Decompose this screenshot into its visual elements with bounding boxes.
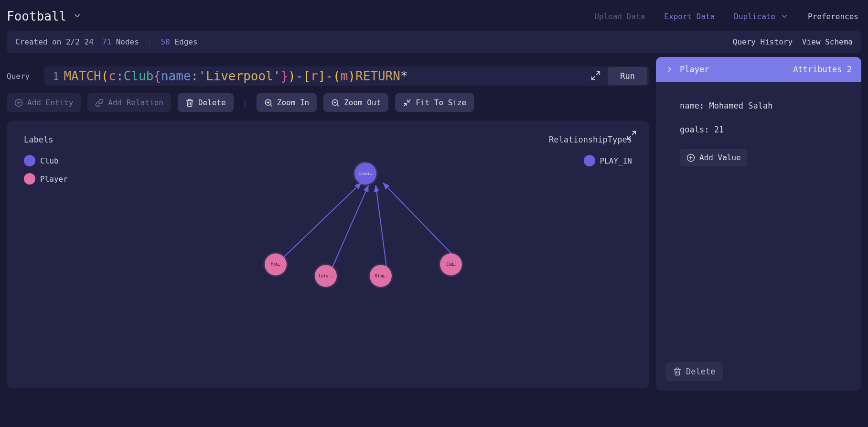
add-value-label: Add Value — [699, 153, 741, 162]
attributes-count: 2 — [847, 65, 852, 74]
expand-query-icon[interactable] — [590, 70, 601, 82]
svg-line-1 — [592, 76, 595, 79]
plus-circle-icon — [14, 99, 23, 107]
relationships-heading: RelationshipTypes — [549, 135, 632, 144]
node-diogo[interactable]: Diog… — [370, 265, 392, 287]
trash-icon — [673, 367, 682, 376]
legend-club-label: Club — [40, 156, 59, 165]
zoom-in-label: Zoom In — [277, 98, 309, 107]
edges-count: 50 — [161, 37, 170, 46]
nodes-count: 71 — [102, 37, 111, 46]
details-panel: Player Attributes 2 name: Mohamed Salah … — [656, 57, 861, 391]
query-line-number: 1 — [53, 70, 59, 82]
node-liverpool[interactable]: Liver… — [354, 163, 376, 185]
run-button[interactable]: Run — [608, 67, 647, 85]
svg-line-10 — [337, 104, 339, 106]
zoom-out-button[interactable]: Zoom Out — [323, 93, 388, 112]
add-entity-label: Add Entity — [27, 98, 73, 107]
node-cody[interactable]: Cod… — [440, 253, 462, 275]
svg-line-13 — [404, 103, 407, 106]
minimize-icon — [403, 99, 411, 107]
delete-button[interactable]: Delete — [178, 93, 234, 112]
legend-play-in[interactable]: PLAY_IN — [549, 155, 632, 166]
nodes-label: Nodes — [116, 37, 139, 46]
attributes-label: Attributes — [793, 65, 842, 74]
add-relation-label: Add Relation — [108, 98, 163, 107]
link-icon — [95, 99, 104, 107]
chevron-down-icon — [780, 12, 789, 21]
svg-line-16 — [282, 183, 362, 259]
svg-line-14 — [632, 131, 635, 134]
legend-play-in-label: PLAY_IN — [600, 156, 632, 165]
upload-data-link[interactable]: Upload Data — [594, 12, 645, 21]
attribute-name: name: Mohamed Salah — [680, 101, 852, 110]
legend-club[interactable]: Club — [24, 155, 68, 166]
meta-bar: Created on 2/2 24 71 Nodes | 50 Edges Qu… — [7, 31, 861, 53]
zoom-out-icon — [331, 99, 340, 107]
fit-label: Fit To Size — [416, 98, 466, 107]
edges-label: Edges — [174, 37, 197, 46]
plus-circle-icon — [686, 153, 695, 162]
graph-canvas[interactable]: Labels Club Player RelationshipTypes PLA… — [7, 120, 649, 388]
delete-label: Delete — [198, 98, 226, 107]
chevron-right-icon — [665, 65, 674, 74]
created-date: Created on 2/2 24 — [15, 37, 94, 46]
svg-line-0 — [597, 71, 600, 74]
zoom-in-button[interactable]: Zoom In — [257, 93, 317, 112]
query-history-link[interactable]: Query History — [733, 37, 793, 46]
title-dropdown-icon[interactable] — [73, 11, 82, 22]
panel-header[interactable]: Player Attributes 2 — [656, 57, 861, 82]
export-data-link[interactable]: Export Data — [664, 12, 715, 21]
add-value-button[interactable]: Add Value — [680, 149, 748, 166]
svg-line-18 — [376, 185, 387, 269]
panel-delete-label: Delete — [686, 367, 715, 376]
zoom-in-icon — [264, 99, 273, 107]
graph-title[interactable]: Football — [7, 9, 66, 23]
legend-player[interactable]: Player — [24, 173, 68, 185]
toolbar-separator: | — [242, 97, 248, 109]
duplicate-link[interactable]: Duplicate — [734, 12, 789, 21]
svg-line-6 — [270, 104, 271, 106]
zoom-out-label: Zoom Out — [344, 98, 381, 107]
svg-line-19 — [383, 183, 457, 259]
meta-separator: | — [148, 37, 152, 46]
labels-heading: Labels — [24, 135, 68, 144]
fit-to-size-button[interactable]: Fit To Size — [395, 93, 474, 112]
attribute-goals: goals: 21 — [680, 125, 852, 134]
query-input[interactable]: 1 MATCH (c:Club {name: 'Liverpool'})-[r]… — [44, 66, 649, 86]
svg-line-12 — [408, 99, 410, 102]
node-luis[interactable]: Luis … — [315, 265, 337, 287]
panel-type-label: Player — [680, 65, 709, 74]
add-entity-button[interactable]: Add Entity — [7, 93, 81, 112]
relation-dot-icon — [584, 155, 595, 166]
svg-line-17 — [332, 185, 369, 269]
panel-delete-button[interactable]: Delete — [665, 362, 723, 381]
player-dot-icon — [24, 173, 35, 185]
query-label: Query — [7, 72, 30, 81]
preferences-link[interactable]: Preferences — [808, 12, 858, 21]
add-relation-button[interactable]: Add Relation — [87, 93, 171, 112]
query-code: MATCH (c:Club {name: 'Liverpool'})-[r]-(… — [64, 69, 584, 83]
legend-player-label: Player — [40, 175, 68, 184]
node-mohamed[interactable]: Moh… — [265, 253, 287, 275]
trash-icon — [185, 99, 194, 107]
duplicate-label: Duplicate — [734, 12, 775, 21]
view-schema-link[interactable]: View Schema — [802, 37, 853, 46]
club-dot-icon — [24, 155, 35, 166]
